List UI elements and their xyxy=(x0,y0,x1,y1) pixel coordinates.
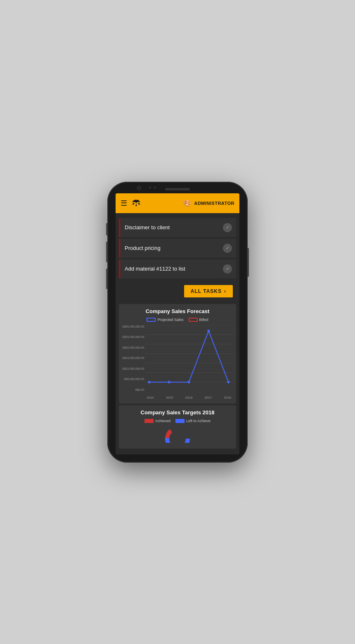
task-check-3: ✓ xyxy=(223,264,232,273)
chevron-right-icon: › xyxy=(224,288,226,294)
legend-achieved-box xyxy=(144,419,154,423)
donut-achieved-arc xyxy=(167,428,188,443)
btn-row: ALL TASKS › xyxy=(116,280,239,302)
power-btn xyxy=(248,248,249,277)
header-left: ☰ xyxy=(121,197,142,209)
x-label-2016: 2016 xyxy=(185,396,193,399)
sales-forecast-chart: Company Sales Forecast Projected Sales B… xyxy=(119,304,236,404)
chart-container: S$30,000,000.00 S$25,000,000.00 S$20,000… xyxy=(122,325,233,399)
x-label-2018: 2018 xyxy=(224,396,231,399)
dot-2015 xyxy=(168,381,170,383)
legend-achieved-label: Achieved xyxy=(155,419,170,423)
chart-title: Company Sales Forecast xyxy=(122,308,233,314)
sensor-1 xyxy=(149,186,151,189)
dot-2016 xyxy=(187,381,190,383)
legend-projected-box xyxy=(147,318,156,322)
legend-left-box xyxy=(175,419,185,423)
y-label-6: S$0.00 xyxy=(122,388,144,391)
task-check-1: ✓ xyxy=(223,223,232,232)
app-header: ☰ 🎨 ADMINISTRATOR xyxy=(116,193,239,213)
content-area: Disclaimer to client ✓ Product pricing ✓… xyxy=(116,213,239,454)
y-label-5: S$5,000,000.00 xyxy=(122,378,144,380)
dot-2018 xyxy=(227,381,230,383)
all-tasks-label: ALL TASKS xyxy=(191,288,222,294)
header-right: 🎨 ADMINISTRATOR xyxy=(183,199,234,207)
y-axis: S$30,000,000.00 S$25,000,000.00 S$20,000… xyxy=(122,325,146,391)
all-tasks-button[interactable]: ALL TASKS › xyxy=(184,285,233,297)
admin-label: ADMINISTRATOR xyxy=(194,201,234,206)
palette-icon: 🎨 xyxy=(183,199,192,207)
volume-down-btn xyxy=(106,269,107,289)
task-check-2: ✓ xyxy=(223,244,232,253)
x-label-2015: 2015 xyxy=(166,396,173,399)
legend-left-label: Left to Achieve xyxy=(186,419,211,423)
legend-left: Left to Achieve xyxy=(175,419,211,423)
x-axis: 2014 2015 2016 2017 2018 xyxy=(145,396,233,399)
y-label-1: S$25,000,000.00 xyxy=(122,335,144,338)
y-label-2: S$20,000,000.00 xyxy=(122,346,144,349)
task-item-1[interactable]: Disclaimer to client ✓ xyxy=(119,218,236,237)
chart-legend: Projected Sales Billed xyxy=(122,318,233,322)
forecast-line xyxy=(149,331,229,382)
chart-legend-2: Achieved Left to Achieve xyxy=(122,419,233,423)
task-label-2: Product pricing xyxy=(125,245,161,251)
volume-up-btn xyxy=(106,242,107,262)
legend-achieved: Achieved xyxy=(144,419,170,423)
y-label-0: S$30,000,000.00 xyxy=(122,325,144,328)
phone-screen: ☰ 🎨 ADMINISTRATOR Disclaimer to client xyxy=(116,193,239,454)
x-label-2017: 2017 xyxy=(204,396,212,399)
phone-frame: ☰ 🎨 ADMINISTRATOR Disclaimer to client xyxy=(107,182,248,463)
chart-title-2: Company Sales Targets 2018 xyxy=(122,409,233,416)
hamburger-icon[interactable]: ☰ xyxy=(121,199,127,208)
sensor-group xyxy=(149,186,156,189)
y-label-4: S$10,000,000.00 xyxy=(122,367,144,370)
sales-targets-chart: Company Sales Targets 2018 Achieved Left… xyxy=(119,405,236,449)
x-label-2014: 2014 xyxy=(147,396,154,399)
phone-top-bar xyxy=(107,182,248,193)
legend-projected-label: Projected Sales xyxy=(157,318,183,322)
y-label-3: S$15,000,000.00 xyxy=(122,356,144,359)
front-camera xyxy=(137,186,141,190)
donut-container xyxy=(122,426,233,444)
task-item-2[interactable]: Product pricing ✓ xyxy=(119,239,236,258)
app-logo-icon xyxy=(130,197,142,209)
task-item-3[interactable]: Add material #1122 to list ✓ xyxy=(119,259,236,278)
legend-billed-label: Billed xyxy=(199,318,208,322)
legend-projected: Projected Sales xyxy=(147,318,183,322)
chart-svg xyxy=(145,325,233,391)
donut-chart xyxy=(165,426,190,443)
dot-2017 xyxy=(207,330,210,332)
legend-billed: Billed xyxy=(189,318,208,322)
dot-2014 xyxy=(148,381,150,383)
legend-billed-box xyxy=(189,318,198,322)
sensor-2 xyxy=(154,186,156,189)
task-label-3: Add material #1122 to list xyxy=(125,266,185,272)
volume-silent-btn xyxy=(106,223,107,235)
earpiece-speaker xyxy=(165,188,190,190)
task-label-1: Disclaimer to client xyxy=(125,224,170,231)
